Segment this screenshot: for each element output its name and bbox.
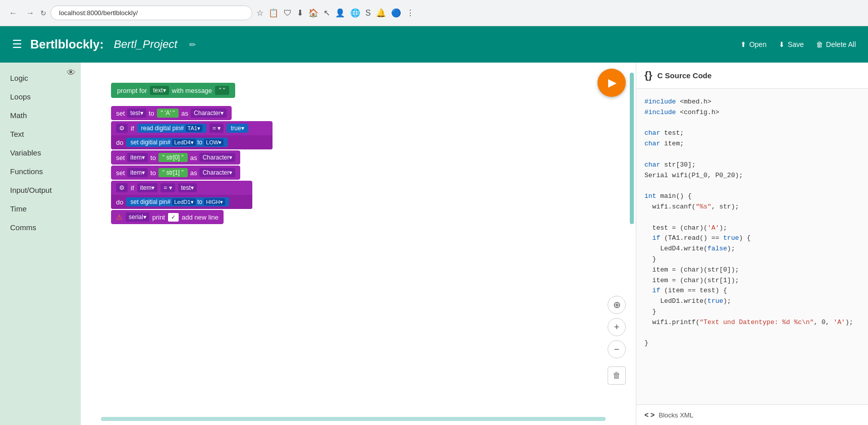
angle-brackets-icon: < > [644,411,655,419]
sidebar-item-variables[interactable]: Variables [0,143,81,162]
app-title: Bertlblockly: [30,37,103,51]
code-line: wifi.scanf("%s", str); [644,202,860,212]
save-button[interactable]: ⬇ Save [779,40,804,48]
low-value[interactable]: LOW▾ [204,139,224,146]
set-item1-var[interactable]: item▾ [127,153,148,162]
ext4-icon[interactable]: 🔔 [376,8,386,18]
pin-ledd1[interactable]: LedD1▾ [172,198,195,205]
hide-sidebar-button[interactable]: 👁 [67,68,76,78]
code-line [644,212,860,223]
true-value[interactable]: true▾ [227,124,248,133]
forward-button[interactable]: → [23,7,37,20]
if2-gear-icon[interactable]: ⚙ [116,183,128,192]
test-var-block[interactable]: test▾ [178,183,197,192]
project-name: Bertl_Project [114,38,177,51]
app-header: ☰ Bertlblockly: Bertl_Project ✏ ⬆ Open ⬇… [0,26,868,63]
open-button[interactable]: ⬆ Open [740,40,767,48]
code-line: } [644,338,860,349]
menu-icon[interactable]: ⋮ [406,8,414,18]
pin-ta1[interactable]: TA1▾ [186,125,202,132]
item-var-block[interactable]: item▾ [137,183,158,192]
set-test-block[interactable]: set test▾ to " 'A' " as Character▾ [111,106,273,120]
home-icon[interactable]: 🏠 [308,8,318,18]
refresh-button[interactable]: ↻ [40,9,46,17]
sidebar-item-functions[interactable]: Functions [0,162,81,181]
code-line: LedD1.write(true); [644,296,860,307]
bookmark-icon[interactable]: ☆ [256,8,263,18]
if-block-1: ⚙ if read digital pin# TA1▾ = ▾ true▾ do… [111,121,273,149]
zoom-center-button[interactable]: ⊕ [608,296,626,314]
set-test-var[interactable]: test▾ [127,109,146,118]
ext3-icon[interactable]: S [365,9,371,18]
clipboard-icon[interactable]: 📋 [268,8,279,18]
eq2-operator[interactable]: = ▾ [160,183,175,192]
if2-condition-row: ⚙ if item▾ = ▾ test▾ [111,181,252,195]
sidebar-item-inputoutput[interactable]: Input/Output [0,181,81,199]
serial-print-block[interactable]: ⚠ serial▾ print ✓ add new line [111,210,273,224]
header-left: ☰ Bertlblockly: Bertl_Project ✏ [12,37,196,51]
ext1-icon[interactable]: 👤 [335,8,345,18]
open-label: Open [749,40,767,48]
sidebar-item-text[interactable]: Text [0,125,81,143]
pin-ledd4[interactable]: LedD4▾ [172,139,195,146]
trash-header-icon: 🗑 [816,40,823,48]
print-checkbox[interactable]: ✓ [168,213,179,222]
zoom-in-icon: + [614,322,620,333]
code-panel-body[interactable]: #include <mbed.h> #include <config.h> ch… [636,89,868,404]
set-item1-block[interactable]: set item▾ to " str[0] " as Character▾ [111,150,273,165]
block-canvas[interactable]: ▶ prompt for text▾ with message " " set … [81,63,636,425]
set-item2-block[interactable]: set item▾ to " str[1] " as Character▾ [111,166,273,180]
set-item2-type[interactable]: Character▾ [199,168,235,177]
code-line: Serial wifi(P1_0, P0_20); [644,171,860,181]
code-line: if (TA1.read() == true) { [644,233,860,244]
back-button[interactable]: ← [6,7,20,20]
code-panel-footer: < > Blocks XML [636,404,868,425]
trash-button[interactable]: 🗑 [608,366,626,385]
if-gear-icon[interactable]: ⚙ [116,124,128,133]
set-test-type[interactable]: Character▾ [191,109,227,118]
serial-dropdown[interactable]: serial▾ [126,212,149,222]
sidebar-item-math[interactable]: Math [0,106,81,125]
sidebar-item-loops[interactable]: Loops [0,87,81,106]
delete-label: Delete All [826,40,856,48]
play-button[interactable]: ▶ [598,69,626,97]
do-row: do set digitial pin# LedD4▾ to LOW▾ [111,135,273,149]
shield-icon[interactable]: 🛡 [284,9,292,18]
prompt-message-value: " " [215,86,229,95]
set-test-value: " 'A' " [157,109,179,118]
header-right: ⬆ Open ⬇ Save 🗑 Delete All [740,40,856,48]
code-line: test = (char)('A'); [644,223,860,234]
ext5-icon[interactable]: 🔵 [391,8,401,18]
code-line [644,118,860,129]
canvas-vertical-scrollbar[interactable] [630,73,634,224]
sidebar-item-time[interactable]: Time [0,199,81,218]
url-bar[interactable] [50,6,252,20]
high-value[interactable]: HIGH▾ [204,198,225,205]
download-icon[interactable]: ⬇ [297,8,303,18]
set-digital-block: set digitial pin# LedD4▾ to LOW▾ [126,138,228,147]
code-panel-title: C Source Code [658,71,712,80]
set-item1-type[interactable]: Character▾ [199,153,235,162]
hamburger-menu[interactable]: ☰ [12,38,22,51]
prompt-text-label: text▾ [150,86,169,95]
cursor-icon[interactable]: ↖ [323,8,330,18]
sidebar-item-comms[interactable]: Comms [0,218,81,237]
code-line: LedD4.write(false); [644,244,860,254]
browser-nav: ← → ↻ [6,7,46,20]
code-line [644,328,860,339]
prompt-block[interactable]: prompt for text▾ with message " " [111,83,273,98]
edit-icon[interactable]: ✏ [189,40,196,49]
code-line: wifi.printf("Text und Datentype: %d %c\n… [644,317,860,328]
zoom-out-button[interactable]: − [608,340,626,358]
eq-operator[interactable]: = ▾ [209,124,224,133]
delete-all-button[interactable]: 🗑 Delete All [816,40,856,48]
code-line [644,149,860,160]
set-item2-var[interactable]: item▾ [127,168,148,177]
code-line: int main() { [644,191,860,202]
canvas-horizontal-scrollbar[interactable] [101,417,606,421]
zoom-in-button[interactable]: + [608,318,626,336]
ext2-icon[interactable]: 🌐 [350,8,360,18]
code-line: item = (char)(str[0]); [644,265,860,276]
browser-icons: ☆ 📋 🛡 ⬇ 🏠 ↖ 👤 🌐 S 🔔 🔵 ⋮ [256,8,414,18]
read-digital-block: read digital pin# TA1▾ [137,124,206,133]
